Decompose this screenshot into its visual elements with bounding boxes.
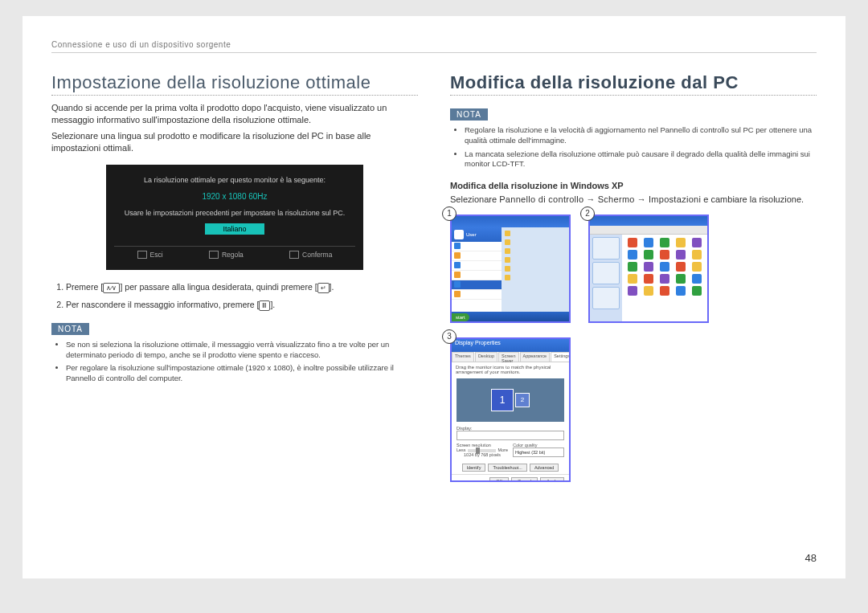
osd-resolution: 1920 x 1080 60Hz: [114, 192, 355, 201]
left-title: Impostazione della risoluzione ottimale: [51, 72, 418, 96]
osd-esci: Esci: [137, 251, 163, 260]
nota-left-item-1: Se non si seleziona la risoluzione ottim…: [66, 340, 418, 361]
dp-monitor-1: 1: [491, 389, 514, 411]
nota-right-item-1: Regolare la risoluzione e la velocità di…: [465, 125, 817, 146]
left-paragraph-2: Selezionare una lingua sul prodotto e mo…: [51, 130, 418, 155]
thumb-1-wrap: 1 User: [450, 215, 571, 323]
dp-controls: Display: Screen resolution Less More: [452, 423, 569, 461]
osd-language-button: Italiano: [205, 223, 264, 235]
right-title: Modifica della risoluzione dal PC: [450, 72, 817, 96]
thumb-3-wrap: 3 Display Properties Themes Desktop Scre…: [450, 337, 571, 482]
nota-left-item-2: Per regolare la risoluzione sull'imposta…: [66, 363, 418, 384]
dp-display-dropdown: [457, 431, 564, 440]
updown-icon: ∧∕∨: [103, 283, 120, 293]
osd-regola: Regola: [209, 251, 244, 260]
dp-monitor-area: 1 2: [457, 378, 564, 422]
nota-badge-left: NOTA: [51, 323, 89, 335]
thumb-start-menu: User: [450, 215, 571, 323]
step-1: Premere [∧∕∨] per passare alla lingua de…: [66, 281, 418, 294]
dp-ok-row: OK Cancel Apply: [452, 474, 569, 482]
start-button: start: [452, 313, 469, 321]
thumb-display-properties: Display Properties Themes Desktop Screen…: [450, 337, 571, 482]
dp-tabs: Themes Desktop Screen Saver Appearance S…: [452, 352, 569, 362]
path-impostazioni: Impostazioni: [649, 194, 701, 204]
thumb-2-wrap: 2: [588, 215, 709, 323]
osd-conferma: Conferma: [289, 251, 332, 260]
thumbnail-row-2: 3 Display Properties Themes Desktop Scre…: [450, 337, 817, 482]
nota-list-left: Se non si seleziona la risoluzione ottim…: [51, 340, 418, 384]
menu-icon: Ⅲ: [259, 300, 270, 311]
left-column: Impostazione della risoluzione ottimale …: [51, 72, 418, 482]
thumb-1-number: 1: [442, 206, 457, 221]
left-paragraph-1: Quando si accende per la prima volta il …: [51, 102, 418, 127]
document-page: Connessione e uso di un dispositivo sorg…: [23, 16, 845, 578]
content-columns: Impostazione della risoluzione ottimale …: [51, 72, 817, 482]
dp-title: Display Properties: [452, 339, 569, 352]
thumb-3-number: 3: [442, 329, 457, 344]
page-number: 48: [805, 552, 817, 564]
path-schermo: Schermo: [598, 194, 635, 204]
enter-icon: ↵: [317, 283, 330, 293]
osd-text-1: La risoluzione ottimale per questo monit…: [114, 176, 355, 184]
right-column: Modifica della risoluzione dal PC NOTA R…: [450, 72, 817, 482]
instruction-line: Selezionare Pannello di controllo → Sche…: [450, 194, 817, 206]
step-2: Per nascondere il messaggio informativo,…: [66, 299, 418, 312]
dp-monitor-2: 2: [515, 393, 530, 407]
chapter-header: Connessione e uso di un dispositivo sorg…: [51, 40, 817, 53]
subheading-xp: Modifica della risoluzione in Windows XP: [450, 181, 817, 190]
dp-mid-buttons: Identify Troubleshoot... Advanced: [452, 461, 569, 474]
steps-list: Premere [∧∕∨] per passare alla lingua de…: [51, 281, 418, 312]
osd-button-bar: Esci Regola Conferma: [114, 246, 355, 260]
thumb-2-number: 2: [580, 206, 595, 221]
nota-badge-right: NOTA: [450, 108, 488, 121]
path-panel: Pannello di controllo: [499, 194, 583, 204]
osd-text-2: Usare le impostazioni precedenti per imp…: [114, 209, 355, 217]
nota-right-item-2: La mancata selezione della risoluzione o…: [465, 149, 817, 170]
nota-list-right: Regolare la risoluzione e la velocità di…: [450, 125, 817, 170]
dp-desc: Drag the monitor icons to match the phys…: [452, 362, 569, 377]
thumbnail-row-1: 1 User: [450, 215, 817, 323]
thumb-control-panel: [588, 215, 709, 323]
osd-screenshot: La risoluzione ottimale per questo monit…: [106, 165, 363, 271]
